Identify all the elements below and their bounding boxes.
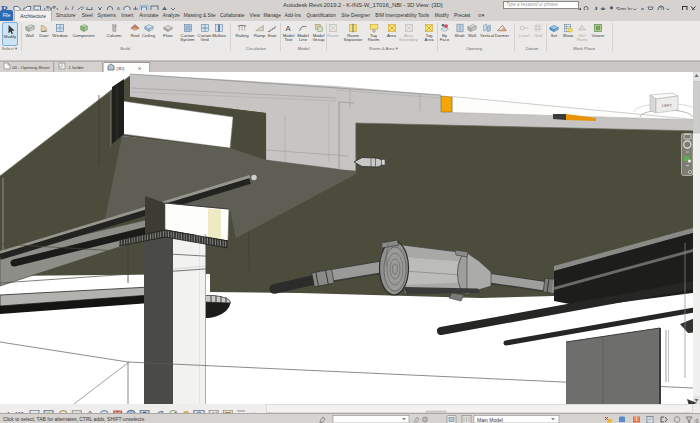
svg-text::0: :0 — [694, 418, 698, 423]
svg-text:Main Model: Main Model — [477, 417, 503, 423]
svg-text:LEFT: LEFT — [662, 103, 672, 108]
